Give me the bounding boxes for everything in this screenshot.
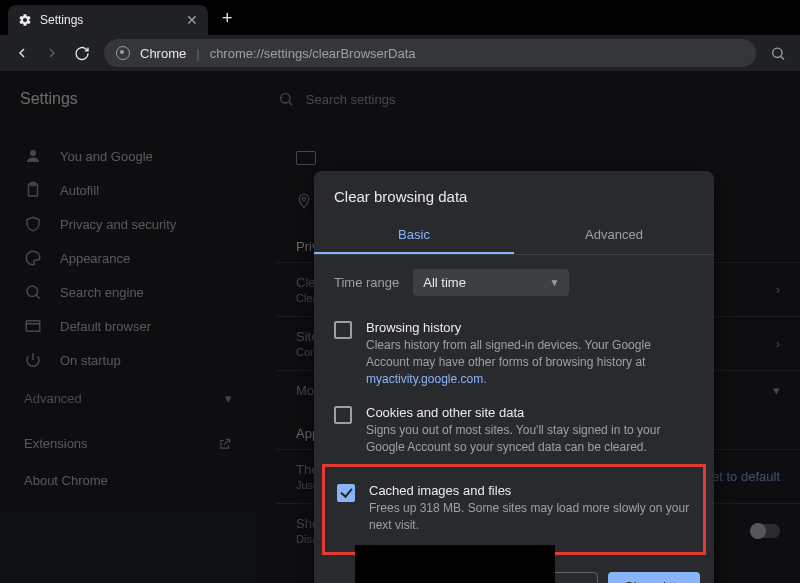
sidebar-item-you-and-google[interactable]: You and Google bbox=[0, 139, 256, 173]
external-link-icon bbox=[218, 437, 232, 451]
location-icon bbox=[296, 193, 312, 209]
omnibox[interactable]: Chrome | chrome://settings/clearBrowserD… bbox=[104, 39, 756, 67]
sidebar-item-autofill[interactable]: Autofill bbox=[0, 173, 256, 207]
svg-point-0 bbox=[773, 48, 782, 57]
search-icon bbox=[278, 91, 294, 107]
toggle-show-home[interactable] bbox=[752, 524, 780, 538]
myactivity-link[interactable]: myactivity.google.com bbox=[366, 372, 483, 386]
dialog-tabs: Basic Advanced bbox=[314, 217, 714, 255]
browser-toolbar: Chrome | chrome://settings/clearBrowserD… bbox=[0, 35, 800, 71]
sidebar-item-on-startup[interactable]: On startup bbox=[0, 343, 256, 377]
forward-button[interactable] bbox=[44, 45, 60, 61]
search-placeholder: Search settings bbox=[306, 92, 396, 107]
palette-icon bbox=[24, 249, 42, 267]
sidebar-item-appearance[interactable]: Appearance bbox=[0, 241, 256, 275]
page-title: Settings bbox=[20, 90, 78, 108]
time-range-select[interactable]: All time ▼ bbox=[413, 269, 569, 296]
option-browsing-history[interactable]: Browsing history Clears history from all… bbox=[314, 310, 714, 395]
clear-browsing-data-dialog: Clear browsing data Basic Advanced Time … bbox=[314, 171, 714, 583]
sidebar-item-search-engine[interactable]: Search engine bbox=[0, 275, 256, 309]
svg-point-1 bbox=[280, 94, 289, 103]
highlight-annotation: Cached images and files Frees up 318 MB.… bbox=[322, 464, 706, 555]
omni-url: chrome://settings/clearBrowserData bbox=[210, 46, 416, 61]
redaction-block bbox=[355, 545, 555, 583]
caret-down-icon: ▼ bbox=[549, 277, 559, 288]
svg-point-2 bbox=[30, 150, 36, 156]
browser-tab-settings[interactable]: Settings ✕ bbox=[8, 5, 208, 35]
chevron-down-icon: ▾ bbox=[773, 383, 780, 398]
option-cached-files[interactable]: Cached images and files Frees up 318 MB.… bbox=[325, 473, 703, 542]
sidebar-item-privacy[interactable]: Privacy and security bbox=[0, 207, 256, 241]
card-icon bbox=[296, 151, 316, 165]
settings-page: Settings Search settings You and Google … bbox=[0, 71, 800, 583]
shield-icon bbox=[24, 215, 42, 233]
sidebar-advanced[interactable]: Advanced▾ bbox=[0, 377, 256, 414]
svg-point-5 bbox=[27, 286, 38, 297]
sidebar-extensions[interactable]: Extensions bbox=[24, 436, 232, 451]
svg-rect-6 bbox=[26, 321, 40, 332]
new-tab-button[interactable]: + bbox=[222, 8, 233, 35]
option-cookies[interactable]: Cookies and other site data Signs you ou… bbox=[314, 395, 714, 464]
settings-sidebar: You and Google Autofill Privacy and secu… bbox=[0, 127, 256, 522]
time-range-value: All time bbox=[423, 275, 466, 290]
checkbox-cookies[interactable] bbox=[334, 406, 352, 424]
tab-strip: Settings ✕ + bbox=[0, 0, 800, 35]
settings-search[interactable]: Search settings bbox=[278, 91, 396, 107]
chevron-down-icon: ▾ bbox=[225, 391, 232, 406]
tab-title: Settings bbox=[40, 13, 178, 27]
clipboard-icon bbox=[24, 181, 42, 199]
person-icon bbox=[24, 147, 42, 165]
chevron-right-icon: › bbox=[776, 282, 780, 297]
power-icon bbox=[24, 351, 42, 369]
search-icon bbox=[24, 283, 42, 301]
chrome-icon bbox=[116, 46, 130, 60]
window-icon bbox=[24, 317, 42, 335]
checkbox-browsing-history[interactable] bbox=[334, 321, 352, 339]
omni-label: Chrome bbox=[140, 46, 186, 61]
clear-data-button[interactable]: Clear data bbox=[608, 572, 700, 583]
tab-basic[interactable]: Basic bbox=[314, 217, 514, 254]
search-icon[interactable] bbox=[770, 45, 786, 61]
sidebar-item-default-browser[interactable]: Default browser bbox=[0, 309, 256, 343]
checkbox-cached-files[interactable] bbox=[337, 484, 355, 502]
tab-advanced[interactable]: Advanced bbox=[514, 217, 714, 254]
svg-point-7 bbox=[302, 197, 305, 200]
close-icon[interactable]: ✕ bbox=[186, 12, 198, 28]
sidebar-about-chrome[interactable]: About Chrome bbox=[24, 473, 232, 488]
back-button[interactable] bbox=[14, 45, 30, 61]
settings-topbar: Settings Search settings bbox=[0, 71, 800, 127]
gear-icon bbox=[18, 13, 32, 27]
reload-button[interactable] bbox=[74, 45, 90, 61]
chevron-right-icon: › bbox=[776, 336, 780, 351]
dialog-title: Clear browsing data bbox=[314, 171, 714, 217]
time-range-label: Time range bbox=[334, 275, 399, 290]
